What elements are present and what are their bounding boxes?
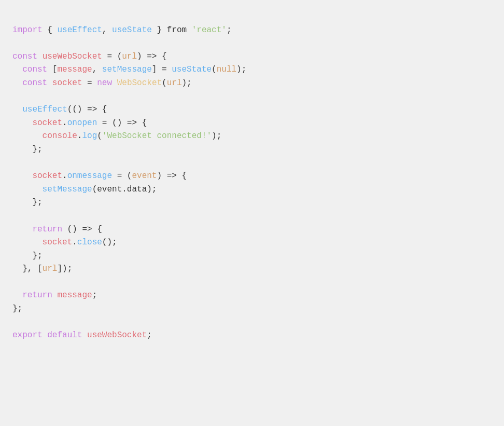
token-plain: };	[12, 304, 22, 313]
token-plain: = (	[112, 171, 132, 181]
token-url-param: url	[122, 52, 137, 61]
token-console-obj: console	[43, 131, 77, 141]
token-socket-var: socket	[32, 118, 62, 128]
token-plain	[12, 171, 32, 181]
token-kw-import: import	[12, 25, 43, 35]
token-var-name: useWebSocket	[87, 331, 147, 340]
token-plain: ;	[92, 291, 97, 300]
code-line: };	[12, 303, 492, 316]
token-url-param: url	[43, 264, 58, 273]
token-default-kw: default	[47, 331, 82, 340]
token-plain: };	[12, 198, 43, 207]
token-log-fn: log	[82, 131, 97, 141]
code-line	[12, 316, 492, 329]
token-plain: .	[72, 238, 77, 247]
token-set-msg: setMessage	[102, 65, 152, 74]
code-line: console.log('WebSocket connected!');	[12, 130, 492, 143]
token-socket-var: socket	[43, 238, 73, 247]
code-line	[12, 37, 492, 50]
token-var-name: useWebSocket	[43, 52, 102, 61]
token-plain: (event.data);	[92, 185, 157, 194]
token-plain: }, [	[12, 264, 43, 273]
token-plain: from	[167, 25, 187, 35]
token-socket-var: socket	[52, 78, 82, 88]
token-socket-var: socket	[32, 171, 62, 181]
code-editor: import { useEffect, useState } from 'rea…	[12, 10, 492, 342]
token-use-effect: useEffect	[22, 105, 67, 114]
token-kw-purple: const	[22, 65, 47, 74]
token-plain: ,	[102, 25, 112, 35]
code-line: socket.onopen = () => {	[12, 117, 492, 130]
token-plain: = () => {	[97, 118, 147, 128]
token-plain	[12, 131, 43, 141]
token-ret-kw: return	[32, 225, 62, 234]
token-plain	[12, 78, 22, 88]
code-line	[12, 90, 492, 104]
token-null-val: null	[217, 65, 236, 74]
code-line	[12, 276, 492, 290]
token-plain	[43, 331, 48, 340]
token-plain	[12, 118, 32, 128]
code-line: socket.close();	[12, 236, 492, 250]
token-plain	[47, 78, 52, 88]
token-plain: );	[182, 78, 192, 88]
token-msg-var: message	[57, 291, 92, 300]
token-set-msg: setMessage	[43, 185, 92, 194]
token-plain: };	[12, 251, 43, 260]
token-plain: (	[162, 78, 167, 88]
token-plain: ,	[92, 65, 102, 74]
token-msg-var: message	[57, 65, 92, 74]
token-plain: ();	[102, 238, 117, 247]
token-kw-purple: const	[22, 78, 47, 88]
token-plain: .	[77, 131, 82, 141]
token-plain: }	[152, 25, 167, 35]
token-plain	[52, 291, 58, 300]
token-event-param: event	[132, 171, 157, 181]
token-plain: (	[212, 65, 217, 74]
token-plain: (	[97, 131, 102, 141]
token-plain	[12, 185, 43, 194]
code-line: import { useEffect, useState } from 'rea…	[12, 24, 492, 37]
code-line	[12, 157, 492, 170]
code-line: useEffect(() => {	[12, 103, 492, 117]
code-line: };	[12, 143, 492, 157]
token-plain: ] =	[152, 65, 172, 74]
token-plain: .	[62, 118, 67, 128]
token-log-str: 'WebSocket connected!'	[102, 131, 212, 141]
code-line: export default useWebSocket;	[12, 329, 492, 342]
token-plain: [	[47, 65, 57, 74]
token-plain: ]);	[57, 264, 72, 273]
token-plain: );	[212, 131, 221, 141]
token-fn: useEffect	[57, 25, 102, 35]
code-line: };	[12, 196, 492, 210]
token-ret-kw: return	[22, 291, 52, 300]
token-plain: ;	[227, 25, 232, 35]
token-plain	[12, 291, 22, 300]
code-line: const useWebSocket = (url) => {	[12, 50, 492, 64]
code-line: };	[12, 250, 492, 263]
token-plain: );	[236, 65, 246, 74]
token-fn: useState	[172, 65, 212, 74]
token-plain: () => {	[62, 225, 102, 234]
token-plain	[187, 25, 192, 35]
code-line	[12, 210, 492, 223]
token-plain	[12, 65, 22, 74]
token-method: onopen	[67, 118, 97, 128]
token-plain	[12, 225, 32, 234]
token-method: onmessage	[67, 171, 112, 181]
token-plain: .	[62, 171, 67, 181]
code-line: return () => {	[12, 223, 492, 237]
token-ws-class: WebSocket	[117, 78, 162, 88]
code-line: return message;	[12, 289, 492, 303]
token-plain	[82, 331, 87, 340]
token-plain: = (	[102, 52, 122, 61]
token-export-kw: export	[12, 331, 43, 340]
code-line: }, [url]);	[12, 263, 492, 276]
code-line: socket.onmessage = (event) => {	[12, 170, 492, 183]
code-line: setMessage(event.data);	[12, 183, 492, 197]
token-plain	[37, 52, 43, 61]
token-kw-purple: const	[12, 52, 37, 61]
code-line: const [message, setMessage] = useState(n…	[12, 63, 492, 77]
token-method: close	[77, 238, 102, 247]
token-new-kw: new	[97, 78, 112, 88]
